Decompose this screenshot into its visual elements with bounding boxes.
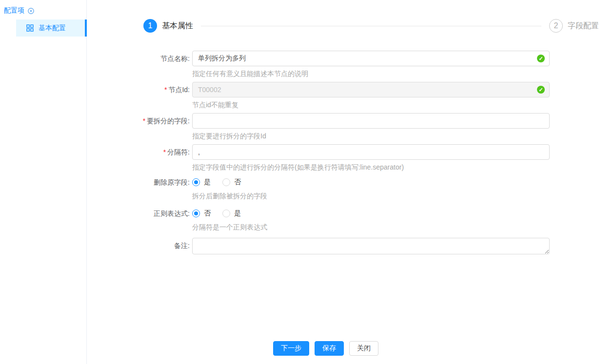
radio-option-label[interactable]: 否 (204, 209, 211, 218)
node-name-input[interactable] (192, 51, 550, 66)
footer-actions: 下一步 保存 关闭 (273, 341, 378, 356)
step-1-title: 基本属性 (162, 21, 193, 31)
step-1-circle: 1 (143, 19, 157, 33)
radio-selected-icon[interactable] (192, 178, 200, 186)
form-row-regex: 正则表达式: 否 是 分隔符是一个正则表达式 (192, 210, 550, 232)
field-label: *节点Id: (87, 82, 190, 97)
remark-textarea[interactable] (192, 238, 550, 254)
field-label: *分隔符: (87, 144, 190, 160)
sidebar-title-label: 配置项 (4, 6, 24, 15)
field-help: 节点id不能重复 (192, 100, 550, 110)
save-button[interactable]: 保存 (315, 341, 344, 356)
required-mark: * (163, 148, 166, 156)
step-2-number: 2 (554, 21, 558, 30)
field-help: 指定任何有意义且能描述本节点的说明 (192, 69, 550, 78)
form-row-node-id: *节点Id: ✓ 节点id不能重复 (192, 82, 550, 110)
radio-unselected-icon[interactable] (222, 178, 230, 186)
field-label: *要拆分的字段: (87, 113, 190, 129)
form-row-split-field: *要拆分的字段: 指定要进行拆分的字段Id (192, 113, 550, 141)
form-row-remark: 备注: (192, 238, 550, 256)
regex-radio-group: 否 是 (192, 210, 550, 217)
required-mark: * (143, 117, 145, 125)
field-label: 删除原字段: (87, 178, 190, 186)
field-help: 指定要进行拆分的字段Id (192, 131, 550, 141)
next-step-button[interactable]: 下一步 (273, 341, 309, 356)
sidebar-item-label: 基本配置 (39, 24, 66, 33)
grid-icon (26, 24, 34, 32)
step-2-title: 字段配置 (568, 21, 599, 31)
form-row-node-name: 节点名称: ✓ 指定任何有意义且能描述本节点的说明 (192, 51, 550, 78)
main-panel: 1 基本属性 2 字段配置 节点名称: ✓ 指定任何有意义且能描述本节点的说明 … (87, 0, 615, 364)
sidebar-item-basic-config[interactable]: 基本配置 (16, 19, 87, 37)
field-label: 正则表达式: (87, 210, 190, 217)
radio-option-label[interactable]: 是 (234, 209, 241, 218)
field-label: 节点名称: (87, 51, 190, 66)
form-row-separator: *分隔符: 指定字段值中的进行拆分的分隔符(如果是换行符请填写:line.sep… (192, 144, 550, 172)
field-help: 指定字段值中的进行拆分的分隔符(如果是换行符请填写:line.separator… (192, 162, 550, 172)
steps-divider (201, 26, 541, 26)
valid-check-icon: ✓ (537, 55, 545, 62)
sidebar-title: 配置项 (4, 6, 35, 15)
field-help: 拆分后删除被拆分的字段 (192, 191, 550, 201)
radio-selected-icon[interactable] (192, 210, 200, 217)
form-row-delete-original: 删除原字段: 是 否 拆分后删除被拆分的字段 (192, 178, 550, 201)
node-id-input (192, 82, 550, 97)
split-field-input[interactable] (192, 113, 550, 129)
aim-icon (27, 7, 35, 15)
close-button[interactable]: 关闭 (349, 341, 378, 356)
radio-option-label[interactable]: 是 (204, 178, 211, 187)
steps-bar: 1 基本属性 2 字段配置 (143, 19, 599, 33)
radio-unselected-icon[interactable] (222, 210, 230, 217)
delete-original-radio-group: 是 否 (192, 178, 550, 186)
valid-check-icon: ✓ (537, 86, 545, 94)
config-sidebar: 配置项 基本配置 (0, 0, 87, 364)
required-mark: * (164, 86, 167, 94)
field-label: 备注: (87, 238, 190, 253)
step-1-number: 1 (148, 21, 153, 30)
radio-option-label[interactable]: 否 (234, 178, 241, 187)
field-help: 分隔符是一个正则表达式 (192, 222, 550, 232)
step-2-circle: 2 (549, 19, 563, 33)
separator-input[interactable] (192, 144, 550, 160)
